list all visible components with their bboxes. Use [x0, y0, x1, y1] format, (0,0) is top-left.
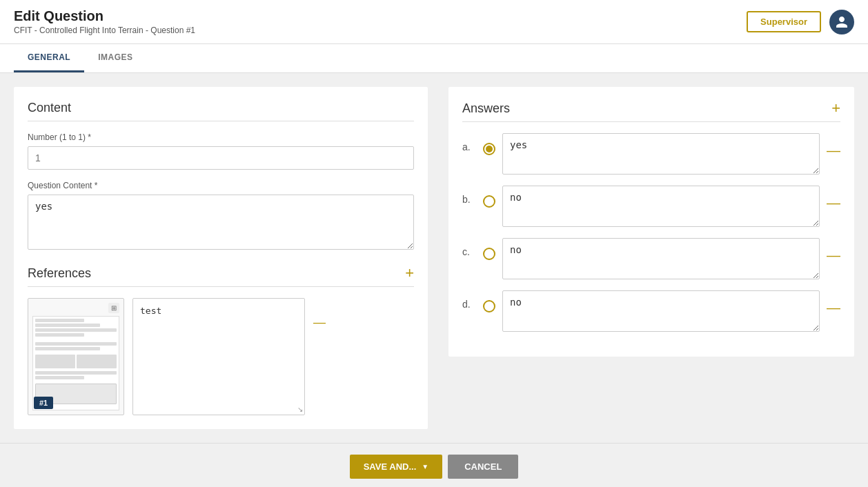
header-left: Edit Question CFIT - Controlled Flight I… [14, 8, 195, 35]
page-header: Edit Question CFIT - Controlled Flight I… [0, 0, 868, 44]
remove-answer-a-button[interactable]: — [827, 133, 840, 159]
answer-input-a[interactable]: yes [502, 133, 820, 175]
question-content-textarea[interactable]: yes [28, 195, 414, 250]
remove-reference-button[interactable]: — [313, 267, 326, 330]
answer-radio-a[interactable] [483, 143, 495, 155]
answer-letter-a: a. [462, 133, 476, 152]
main-content: Content Number (1 to 1) * Question Conte… [0, 73, 868, 443]
content-title: Content [28, 101, 71, 115]
footer: SAVE AND... ▼ CANCEL [0, 443, 868, 487]
person-icon [835, 15, 849, 29]
doc-line [35, 342, 117, 346]
references-header: References + [28, 266, 414, 287]
cancel-button[interactable]: CANCEL [448, 455, 518, 479]
tab-general[interactable]: GENERAL [14, 44, 84, 72]
answer-letter-d: d. [462, 290, 476, 310]
answer-row-d: d. no — [462, 290, 840, 332]
remove-answer-d-button[interactable]: — [827, 290, 840, 316]
answer-input-c[interactable]: no [502, 238, 820, 279]
content-section: Content Number (1 to 1) * Question Conte… [14, 87, 428, 429]
answer-letter-b: b. [462, 186, 476, 205]
left-panel: Content Number (1 to 1) * Question Conte… [14, 87, 428, 429]
references-title: References [28, 266, 91, 281]
references-items: ⊞ [28, 298, 414, 415]
add-answer-button[interactable]: + [831, 101, 840, 116]
answer-row-b: b. no — [462, 186, 840, 227]
remove-answer-c-button[interactable]: — [827, 238, 840, 264]
answer-letter-c: c. [462, 238, 476, 257]
answer-radio-d[interactable] [483, 300, 495, 312]
remove-answer-b-button[interactable]: — [827, 186, 840, 211]
tab-images[interactable]: IMAGES [84, 44, 146, 72]
number-field-group: Number (1 to 1) * [28, 132, 414, 170]
doc-line [35, 333, 84, 337]
doc-line [35, 347, 100, 350]
doc-line [35, 328, 117, 332]
resize-handle: ↘ [297, 406, 303, 413]
answer-input-d[interactable]: no [502, 290, 820, 332]
number-label: Number (1 to 1) * [28, 132, 414, 142]
answers-section-header: Answers + [462, 101, 840, 122]
expand-icon[interactable]: ⊞ [108, 303, 119, 313]
answer-row-c: c. no — [462, 238, 840, 279]
save-and-button[interactable]: SAVE AND... ▼ [350, 455, 442, 479]
doc-line [35, 376, 84, 379]
question-content-group: Question Content * yes [28, 181, 414, 252]
answer-row-a: a. yes — [462, 133, 840, 175]
references-section: References + ⊞ [28, 266, 414, 415]
number-input[interactable] [28, 146, 414, 170]
supervisor-button[interactable]: Supervisor [747, 11, 821, 32]
page-subtitle: CFIT - Controlled Flight Into Terrain - … [14, 26, 195, 35]
ref-image-top: ⊞ [32, 303, 119, 313]
answers-section: Answers + a. yes — b. no — c. no [448, 87, 854, 357]
answer-input-b[interactable]: no [502, 186, 820, 227]
avatar[interactable] [829, 10, 854, 34]
reference-badge: #1 [34, 397, 53, 409]
doc-line [35, 324, 100, 327]
reference-text-card: test ↘ [132, 298, 305, 415]
reference-text-input[interactable]: test [133, 299, 304, 415]
doc-line [35, 319, 84, 322]
tabs-bar: GENERAL IMAGES [0, 44, 868, 73]
save-dropdown-arrow: ▼ [422, 463, 428, 470]
reference-image-card: ⊞ [28, 298, 124, 415]
page-title: Edit Question [14, 8, 195, 24]
question-content-label: Question Content * [28, 181, 414, 190]
answer-radio-b[interactable] [483, 195, 495, 208]
answers-title: Answers [462, 101, 510, 116]
doc-line [35, 371, 117, 375]
content-section-header: Content [28, 101, 414, 121]
add-reference-button[interactable]: + [405, 266, 414, 281]
answer-radio-c[interactable] [483, 248, 495, 260]
right-panel: Answers + a. yes — b. no — c. no [448, 87, 854, 429]
header-right: Supervisor [747, 10, 854, 34]
